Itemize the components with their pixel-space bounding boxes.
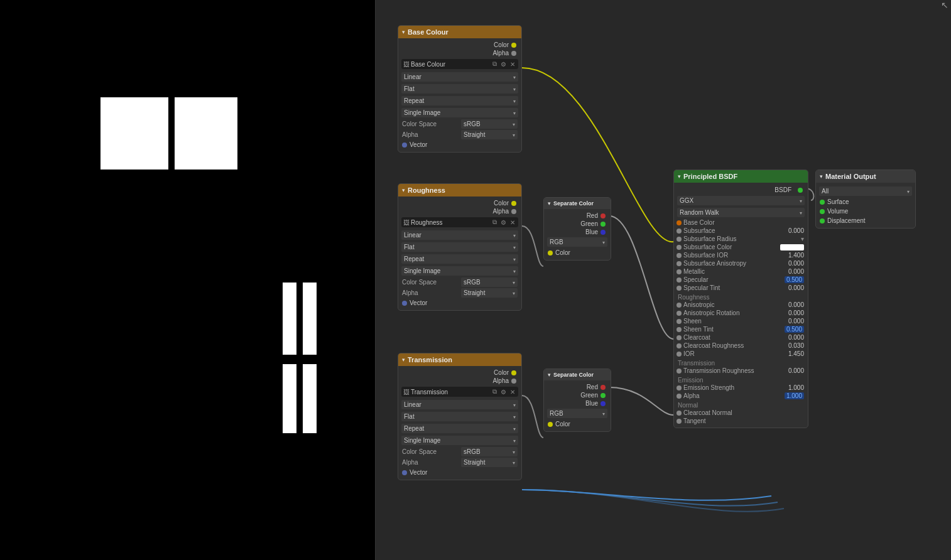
- base-colour-color-socket[interactable]: [511, 43, 516, 48]
- extend-select-wrap[interactable]: Flat ▾: [401, 84, 518, 94]
- sep-color-top-header[interactable]: ▾ Separate Color: [544, 198, 611, 209]
- distribution-wrap[interactable]: GGX ▾: [677, 196, 805, 205]
- roughness-alpha-select[interactable]: Straight: [461, 288, 518, 298]
- volume-socket[interactable]: [820, 209, 825, 214]
- sep-top-red-socket[interactable]: [600, 213, 606, 218]
- bsdf-output-socket[interactable]: [798, 188, 803, 193]
- transmission-source-wrap[interactable]: Single Image ▾: [401, 436, 518, 445]
- clearcoat-normal-socket[interactable]: [677, 411, 682, 416]
- filter-select[interactable]: Linear: [401, 72, 518, 82]
- roughness-cs-select[interactable]: sRGB: [461, 277, 518, 287]
- sep-top-color-socket[interactable]: [548, 250, 553, 256]
- sheen-socket[interactable]: [677, 319, 682, 324]
- target-select[interactable]: All: [819, 186, 912, 196]
- metallic-socket[interactable]: [677, 269, 682, 274]
- distribution-select[interactable]: GGX: [677, 196, 805, 205]
- transmission-close-btn[interactable]: ✕: [509, 388, 516, 396]
- base-colour-header[interactable]: ▾ Base Colour: [398, 26, 521, 38]
- roughness-color-socket[interactable]: [511, 201, 516, 206]
- transmission-cs-wrap[interactable]: sRGB ▾: [461, 447, 518, 456]
- target-wrap[interactable]: All ▾: [819, 186, 912, 196]
- transmission-repeat-select[interactable]: Repeat: [401, 424, 518, 433]
- base-colour-vector-socket[interactable]: [402, 143, 407, 148]
- transmission-settings-btn[interactable]: ⚙: [499, 388, 508, 396]
- subsurface-method-select[interactable]: Random Walk: [677, 208, 805, 217]
- sep-top-mode-select[interactable]: RGB: [547, 237, 607, 247]
- subsurface-method-wrap[interactable]: Random Walk ▾: [677, 208, 805, 217]
- roughness-repeat-select[interactable]: Repeat: [401, 254, 518, 264]
- base-colour-alpha-socket[interactable]: [511, 51, 516, 56]
- transmission-source-select[interactable]: Single Image: [401, 436, 518, 445]
- transmission-image-input[interactable]: 🖼 Transmission ⧉ ⚙ ✕: [401, 387, 518, 397]
- transmission-filter-wrap[interactable]: Linear ▾: [401, 400, 518, 409]
- colorspace-select[interactable]: sRGB: [461, 119, 518, 129]
- specular-tint-socket[interactable]: [677, 286, 682, 291]
- transmission-cs-select[interactable]: sRGB: [461, 447, 518, 456]
- material-output-header[interactable]: ▾ Material Output: [816, 170, 915, 183]
- transmission-filter-select[interactable]: Linear: [401, 400, 518, 409]
- transmission-flat-select[interactable]: Flat: [401, 412, 518, 421]
- sheen-tint-socket[interactable]: [677, 327, 682, 332]
- subsurface-color-socket[interactable]: [677, 245, 682, 250]
- sep-top-green-socket[interactable]: [600, 222, 606, 227]
- extend-select[interactable]: Flat: [401, 84, 518, 94]
- transmission-vector-socket[interactable]: [402, 470, 407, 475]
- transmission-flat-wrap[interactable]: Flat ▾: [401, 412, 518, 421]
- base-colour-image-input[interactable]: 🖼 Base Colour ⧉ ⚙ ✕: [401, 59, 518, 69]
- copy-button[interactable]: ⧉: [491, 60, 498, 68]
- subsurface-color-swatch[interactable]: [780, 244, 804, 250]
- roughness-repeat-wrap[interactable]: Repeat ▾: [401, 254, 518, 264]
- transmission-header[interactable]: ▾ Transmission: [398, 353, 521, 366]
- roughness-header[interactable]: ▾ Roughness: [398, 184, 521, 197]
- displacement-socket[interactable]: [820, 218, 825, 223]
- subsurface-radius-socket[interactable]: [677, 237, 682, 242]
- roughness-settings-btn[interactable]: ⚙: [499, 218, 508, 227]
- surface-socket[interactable]: [820, 200, 825, 205]
- tangent-socket[interactable]: [677, 419, 682, 424]
- roughness-flat-select[interactable]: Flat: [401, 242, 518, 252]
- roughness-source-select[interactable]: Single Image: [401, 266, 518, 276]
- subsurface-ior-socket[interactable]: [677, 253, 682, 258]
- sep-bottom-red-socket[interactable]: [600, 385, 606, 390]
- alpha-select[interactable]: Straight: [461, 130, 518, 139]
- sep-bottom-green-socket[interactable]: [600, 393, 606, 398]
- subsurface-socket[interactable]: [677, 229, 682, 234]
- bsdf-alpha-socket[interactable]: [677, 394, 682, 399]
- sep-top-mode-wrap[interactable]: RGB ▾: [547, 237, 607, 247]
- transmission-alpha-wrap[interactable]: Straight ▾: [461, 458, 518, 467]
- trans-rough-socket[interactable]: [677, 369, 682, 374]
- roughness-close-btn[interactable]: ✕: [509, 218, 516, 227]
- emission-strength-socket[interactable]: [677, 385, 682, 390]
- roughness-image-input[interactable]: 🖼 Roughness ⧉ ⚙ ✕: [401, 217, 518, 227]
- roughness-filter-select[interactable]: Linear: [401, 230, 518, 240]
- sep-color-bottom-header[interactable]: ▾ Separate Color: [544, 369, 611, 380]
- sep-bottom-blue-socket[interactable]: [600, 401, 606, 406]
- clearcoat-socket[interactable]: [677, 335, 682, 340]
- transmission-alpha-select[interactable]: Straight: [461, 458, 518, 467]
- roughness-vector-socket[interactable]: [402, 301, 407, 306]
- repeat-select-wrap[interactable]: Repeat ▾: [401, 96, 518, 105]
- aniso-rot-socket[interactable]: [677, 311, 682, 316]
- filter-select-wrap[interactable]: Linear ▾: [401, 72, 518, 82]
- roughness-cs-wrap[interactable]: sRGB ▾: [461, 277, 518, 287]
- roughness-flat-wrap[interactable]: Flat ▾: [401, 242, 518, 252]
- transmission-color-socket[interactable]: [511, 370, 516, 375]
- sep-bottom-color-socket[interactable]: [548, 422, 553, 427]
- roughness-copy-btn[interactable]: ⧉: [491, 218, 498, 227]
- ior-socket[interactable]: [677, 352, 682, 357]
- aniso-socket[interactable]: [677, 303, 682, 308]
- roughness-filter-wrap[interactable]: Linear ▾: [401, 230, 518, 240]
- sep-bottom-mode-wrap[interactable]: RGB ▾: [547, 409, 607, 418]
- source-select-wrap[interactable]: Single Image ▾: [401, 108, 518, 117]
- alpha-select-wrap[interactable]: Straight ▾: [461, 130, 518, 139]
- principled-bsdf-header[interactable]: ▾ Principled BSDF: [674, 170, 808, 183]
- base-color-socket[interactable]: [677, 220, 682, 225]
- close-button[interactable]: ✕: [509, 60, 516, 68]
- repeat-select[interactable]: Repeat: [401, 96, 518, 105]
- colorspace-select-wrap[interactable]: sRGB ▾: [461, 119, 518, 129]
- clearcoat-rough-socket[interactable]: [677, 343, 682, 348]
- sep-top-blue-socket[interactable]: [600, 230, 606, 235]
- source-select[interactable]: Single Image: [401, 108, 518, 117]
- roughness-alpha-socket[interactable]: [511, 209, 516, 214]
- sep-bottom-mode-select[interactable]: RGB: [547, 409, 607, 418]
